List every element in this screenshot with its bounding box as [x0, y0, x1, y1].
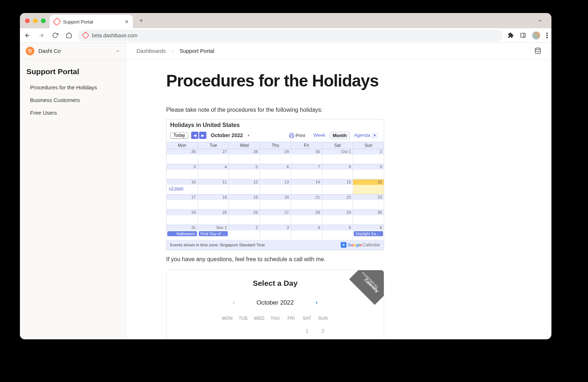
gcal-day-cell[interactable]: 27 [260, 210, 291, 225]
gcal-day-cell[interactable]: 24 [167, 210, 198, 225]
gcal-day-cell[interactable]: 2 [353, 149, 384, 164]
gcal-view-month[interactable]: Month [330, 132, 350, 139]
gcal-next-button[interactable]: ▶ [199, 132, 206, 139]
gcal-day-cell[interactable]: Nov 1First Day of American Indian Herita… [198, 225, 229, 240]
gcal-day-cell[interactable]: 19 [228, 195, 260, 209]
gcal-day-cell[interactable]: 20 [260, 195, 291, 209]
app-sidebar: D Dashi Co Support Portal Procedures for… [20, 43, 126, 339]
breadcrumb-bar: Dashboards Support Portal [126, 43, 551, 59]
sidebar-item-free-users[interactable]: Free Users [20, 106, 126, 119]
calendly-next-button[interactable] [314, 300, 319, 305]
nav-back-button[interactable] [24, 31, 32, 39]
gcal-prev-button[interactable]: ◀ [191, 132, 198, 139]
chevron-down-icon: ▼ [372, 133, 378, 138]
gcal-day-cell[interactable]: 6 [260, 164, 291, 179]
breadcrumb-dashboards[interactable]: Dashboards [136, 48, 166, 54]
browser-menu-button[interactable] [546, 33, 548, 38]
gcal-day-cell[interactable]: 5 [322, 225, 353, 240]
minimize-window-button[interactable] [33, 18, 38, 23]
gcal-day-cell[interactable]: 29 [322, 210, 353, 225]
gcal-day-cell[interactable]: 11 [198, 179, 229, 194]
gcal-day-cell[interactable]: 7 [291, 164, 322, 179]
gcal-more-link[interactable]: +2 more [169, 186, 184, 190]
tab-title: Support Portal [63, 19, 122, 25]
gcal-day-cell[interactable]: Oct 1 [322, 149, 353, 164]
nav-home-button[interactable] [65, 31, 73, 39]
new-tab-button[interactable]: + [136, 15, 147, 26]
gcal-timezone-label: Events shown in time zone: Singapore Sta… [170, 243, 265, 247]
gcal-day-cell[interactable]: 3 [167, 164, 198, 179]
gcal-month-dropdown-icon[interactable]: ▼ [247, 133, 251, 137]
gcal-day-cell[interactable]: 15 [322, 179, 353, 194]
gcal-day-cell[interactable]: 3 [260, 225, 291, 240]
calendly-ribbon[interactable]: Powered by Calendly [348, 270, 384, 306]
main-content-area: Dashboards Support Portal Procedures for… [126, 43, 551, 339]
gcal-day-cell[interactable]: 8 [322, 164, 353, 179]
calendly-prev-button[interactable] [231, 300, 236, 305]
gcal-day-cell[interactable]: 27 [198, 149, 229, 164]
gcal-day-cell[interactable]: 30 [353, 210, 384, 225]
gcal-event[interactable]: First Day of American Indian Heritage Mo… [199, 231, 228, 236]
gcal-day-cell[interactable]: 17 [167, 195, 198, 209]
gcal-event[interactable]: Halloween [167, 231, 197, 236]
gcal-day-cell[interactable]: 21 [291, 195, 322, 209]
sidebar-item-business[interactable]: Business Customers [20, 94, 126, 106]
google-logo: Google [348, 243, 362, 247]
url-input[interactable]: beta.dashibase.com [78, 30, 503, 41]
gcal-day-cell[interactable]: 14 [291, 179, 322, 194]
gcal-day-cell[interactable]: 23 [353, 195, 384, 209]
followup-text: If you have any questions, feel free to … [166, 256, 412, 263]
nav-reload-button[interactable] [51, 31, 59, 39]
gcal-day-cell[interactable]: 5 [228, 164, 260, 179]
extensions-button[interactable] [508, 32, 514, 38]
sidebar-item-procedures[interactable]: Procedures for the Holidays [20, 81, 126, 94]
breadcrumb-support-portal[interactable]: Support Portal [180, 48, 214, 54]
gcal-day-cell[interactable]: 30 [291, 149, 322, 164]
calendly-day[interactable]: 1 [299, 326, 315, 336]
svg-point-6 [546, 37, 548, 38]
gcal-dow-header: Mon Tue Wed Thu Fri Sat Sun [167, 142, 384, 149]
gcal-day-cell[interactable]: 10+2 more [167, 179, 198, 194]
gcal-day-cell[interactable]: 9 [353, 164, 384, 179]
google-calendar-embed: Holidays in United States Today ◀ ▶ Octo… [166, 119, 384, 250]
gcal-day-cell[interactable]: 26 [228, 210, 260, 225]
gcal-day-cell[interactable]: 22 [322, 195, 353, 209]
org-name: Dashi Co [38, 48, 61, 54]
gcal-day-cell[interactable]: 28 [228, 149, 260, 164]
gcal-day-cell[interactable]: 12 [228, 179, 260, 194]
gcal-day-cell[interactable]: 16 [353, 179, 384, 194]
panel-toggle-button[interactable] [520, 32, 526, 38]
gcal-day-cell[interactable]: 4 [291, 225, 322, 240]
profile-avatar-button[interactable] [532, 31, 540, 39]
gcal-title: Holidays in United States [167, 119, 384, 130]
gcal-month-label: October 2022 [211, 132, 243, 138]
svg-rect-8 [290, 136, 293, 137]
gcal-view-week[interactable]: Week [311, 132, 328, 139]
database-icon[interactable] [534, 47, 541, 54]
gcal-day-cell[interactable]: 28 [291, 210, 322, 225]
url-favicon-icon [83, 33, 88, 38]
close-window-button[interactable] [25, 18, 30, 23]
gcal-day-cell[interactable]: 18 [198, 195, 229, 209]
gcal-branding-link[interactable]: + Google Calendar [341, 242, 380, 248]
gcal-day-cell[interactable]: 13 [260, 179, 291, 194]
gcal-day-cell[interactable]: 29 [260, 149, 291, 164]
tab-favicon-icon [53, 18, 61, 26]
gcal-print-button[interactable]: Print [289, 133, 305, 138]
gcal-day-cell[interactable]: 6Daylight Saving Time Ends [353, 225, 384, 240]
tabs-dropdown-button[interactable] [538, 18, 546, 23]
gcal-day-cell[interactable]: 2 [228, 225, 260, 240]
gcal-day-cell[interactable]: 25 [198, 210, 229, 225]
calendly-day[interactable]: 2 [315, 326, 331, 336]
gcal-day-cell[interactable]: 26 [167, 149, 198, 164]
gcal-today-button[interactable]: Today [170, 132, 188, 139]
tab-close-button[interactable]: × [125, 18, 129, 25]
maximize-window-button[interactable] [41, 18, 46, 23]
gcal-view-agenda[interactable]: Agenda ▼ [352, 132, 380, 139]
nav-forward-button[interactable] [37, 31, 45, 39]
browser-tab[interactable]: Support Portal × [50, 15, 133, 29]
gcal-event[interactable]: Daylight Saving Time Ends [354, 231, 383, 236]
org-switcher[interactable]: D Dashi Co [20, 43, 126, 59]
gcal-day-cell[interactable]: 31Halloween [167, 225, 198, 240]
gcal-day-cell[interactable]: 4 [198, 164, 229, 179]
